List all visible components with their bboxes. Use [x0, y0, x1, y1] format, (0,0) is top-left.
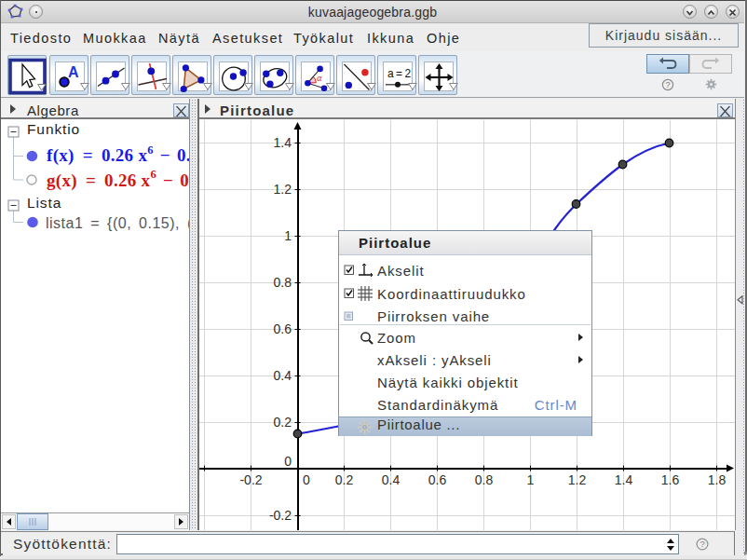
svg-text:a = 2: a = 2	[387, 67, 411, 80]
svg-text:0: 0	[303, 472, 310, 487]
svg-text:1.4: 1.4	[274, 135, 292, 150]
svg-text:?: ?	[700, 539, 705, 549]
svg-text:0.2: 0.2	[335, 472, 354, 487]
svg-text:A: A	[68, 64, 79, 80]
svg-text:0.8: 0.8	[274, 275, 292, 290]
svg-text:1.2: 1.2	[274, 182, 292, 197]
svg-text:1.2: 1.2	[568, 472, 587, 487]
svg-text:0.8: 0.8	[475, 472, 494, 487]
svg-text:0: 0	[284, 454, 292, 469]
svg-text:1: 1	[527, 472, 535, 487]
svg-text:?: ?	[666, 80, 671, 89]
svg-text:0.6: 0.6	[428, 472, 447, 487]
svg-text:0.4: 0.4	[274, 368, 292, 383]
svg-text:1.8: 1.8	[708, 472, 727, 487]
svg-text:1: 1	[284, 228, 292, 243]
svg-text:0.2: 0.2	[274, 415, 292, 430]
svg-text:0.6: 0.6	[274, 321, 292, 336]
svg-text:0.4: 0.4	[382, 472, 401, 487]
svg-text:-0.2: -0.2	[269, 508, 292, 523]
svg-text:α: α	[317, 73, 322, 83]
svg-text:1.4: 1.4	[615, 472, 633, 487]
svg-text:1.6: 1.6	[661, 472, 680, 487]
svg-text:-0.2: -0.2	[239, 472, 262, 487]
